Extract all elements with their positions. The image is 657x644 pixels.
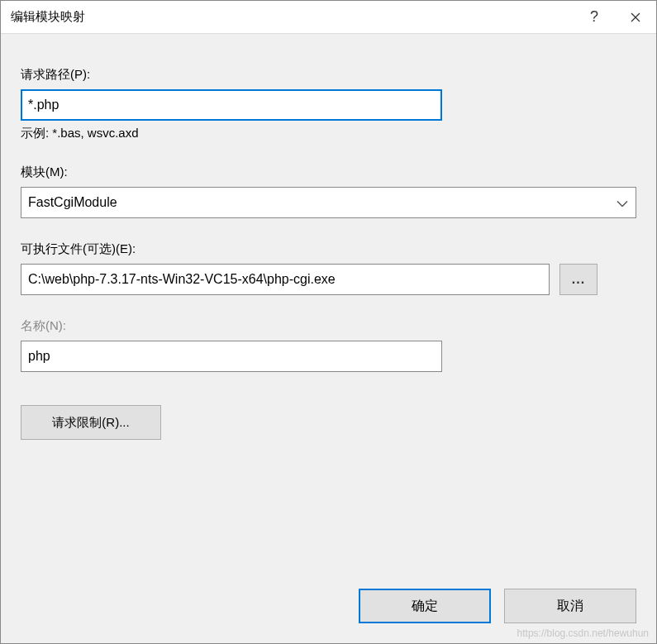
dialog-button-row: 确定 取消	[1, 589, 656, 643]
request-path-hint: 示例: *.bas, wsvc.axd	[21, 126, 636, 141]
request-restrictions-button[interactable]: 请求限制(R)...	[21, 405, 161, 440]
spacer	[21, 440, 636, 569]
close-button[interactable]	[615, 1, 656, 34]
close-icon	[631, 12, 640, 22]
executable-group: 可执行文件(可选)(E): ...	[21, 241, 636, 295]
name-group: 名称(N):	[21, 318, 636, 372]
help-button[interactable]: ?	[574, 1, 615, 34]
help-icon: ?	[590, 8, 598, 26]
module-group: 模块(M):	[21, 165, 636, 218]
executable-input[interactable]	[21, 264, 550, 295]
module-select[interactable]	[21, 187, 636, 218]
module-label: 模块(M):	[21, 165, 636, 180]
ok-button[interactable]: 确定	[359, 589, 491, 623]
restrict-group: 请求限制(R)...	[21, 395, 636, 440]
executable-row: ...	[21, 264, 636, 295]
edit-module-mapping-dialog: 编辑模块映射 ? 请求路径(P): 示例: *.bas, wsvc.axd 模块…	[0, 0, 657, 644]
module-select-wrap	[21, 187, 636, 218]
titlebar: 编辑模块映射 ?	[1, 1, 656, 34]
cancel-button[interactable]: 取消	[504, 589, 636, 623]
request-path-label: 请求路径(P):	[21, 67, 636, 83]
browse-button[interactable]: ...	[559, 264, 597, 295]
request-path-input[interactable]	[21, 89, 442, 121]
name-label: 名称(N):	[21, 318, 636, 334]
name-input	[21, 341, 442, 372]
dialog-title: 编辑模块映射	[11, 9, 574, 25]
request-path-group: 请求路径(P): 示例: *.bas, wsvc.axd	[21, 67, 636, 141]
executable-label: 可执行文件(可选)(E):	[21, 241, 636, 257]
dialog-content: 请求路径(P): 示例: *.bas, wsvc.axd 模块(M): 可执行文…	[1, 34, 656, 589]
